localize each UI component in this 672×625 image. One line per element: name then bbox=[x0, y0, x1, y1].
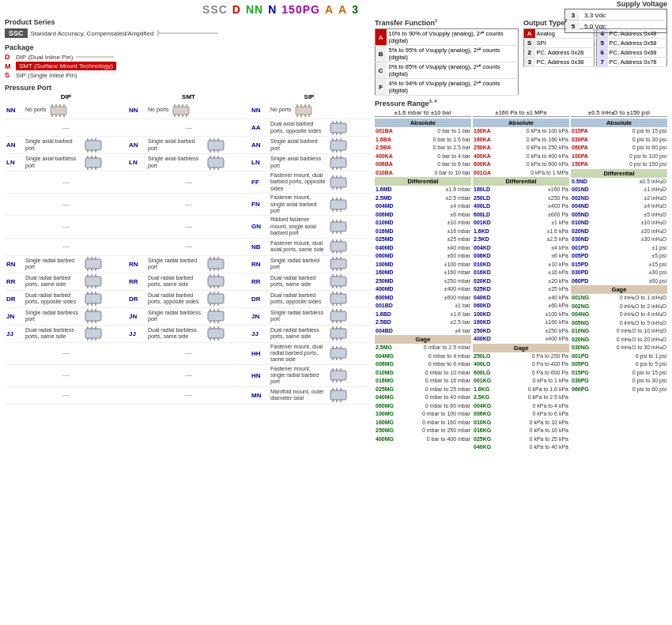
port-cell: RRDual radial barbed ports, same side bbox=[250, 273, 368, 289]
pr-val: ±1 kPa bbox=[551, 219, 568, 228]
pr-col1-header: ±1.6 mbar to ±10 bar bbox=[375, 109, 471, 117]
pr-code: 020NG bbox=[572, 336, 603, 345]
pr-row: 006MD±6 mbar bbox=[375, 211, 471, 220]
pr-val: 0 bar to 6 bar bbox=[437, 160, 470, 169]
port-code: LN bbox=[129, 159, 146, 166]
pr-code: 060KD bbox=[474, 302, 505, 311]
port-cell: — bbox=[127, 348, 250, 358]
pr-val: ±100 mbar bbox=[444, 261, 470, 269]
pr-col2-abs-title: Absolute bbox=[473, 119, 569, 127]
supply-voltage-section: Supply Voltage 33.3 Vdc55.0 Vdc bbox=[564, 0, 667, 33]
pr-code: 100MD bbox=[376, 261, 407, 269]
svg-rect-163 bbox=[330, 294, 346, 303]
pr-row: 040KD±40 kPa bbox=[473, 294, 569, 303]
pr-row: 040KG0 kPa to 40 kPa bbox=[473, 443, 569, 452]
pr-row: 030PD±30 psi bbox=[571, 269, 667, 277]
pr-col3: Absolute 015PA0 psi to 15 psi030PA0 psi … bbox=[571, 119, 667, 452]
pr-val: ±25 mbar bbox=[447, 235, 470, 244]
port-cell: AADual axial barbed ports, opposite side… bbox=[250, 120, 368, 136]
pr-val: ±30 psi bbox=[648, 269, 666, 277]
pr-row: 025MD±25 mbar bbox=[375, 235, 471, 244]
port-desc: Fastener mount, single radial barbed por… bbox=[270, 366, 326, 386]
svg-rect-44 bbox=[208, 141, 224, 150]
pr-code: 250KD bbox=[474, 327, 505, 336]
port-code: JN bbox=[251, 313, 269, 320]
pr-code: 040MD bbox=[376, 244, 407, 253]
pr-row: 001KD±1 kPa bbox=[473, 219, 569, 228]
port-desc: Single radial barbed port bbox=[270, 258, 326, 271]
port-cell: RNSingle radial barbed port bbox=[250, 256, 368, 272]
port-icon bbox=[205, 257, 227, 271]
pr-code: 025KD bbox=[474, 285, 505, 294]
port-desc: Single radial barbless port bbox=[270, 310, 326, 323]
port-code: JJ bbox=[251, 330, 269, 337]
pr-row: 600KA0 kPa to 600 kPa bbox=[473, 160, 569, 169]
port-desc: Single axial barbed port bbox=[270, 138, 326, 152]
pr-val: 0 psi to 100 psi bbox=[629, 152, 666, 161]
pr-row: 015PD±15 psi bbox=[571, 261, 667, 269]
pr-code: 001KG bbox=[474, 377, 505, 386]
pr-val: 0 inH₂O to 5 inH₂O bbox=[620, 319, 666, 328]
port-cell: — bbox=[127, 123, 250, 133]
pr-row: 020ND±20 inH₂O bbox=[571, 228, 667, 236]
pr-code: 010NG bbox=[572, 327, 603, 336]
pr-val: 0 bar to 400 mbar bbox=[427, 435, 470, 444]
pr-row: 060MG0 mbar to 60 mbar bbox=[375, 402, 471, 411]
port-icon bbox=[327, 388, 349, 402]
pr-code: 400KA bbox=[376, 152, 407, 161]
port-desc: Dual axial barbed ports, opposite sides bbox=[270, 121, 326, 134]
pr-row: 006KD±6 kPa bbox=[473, 252, 569, 261]
port-desc: Single axial barbed port bbox=[25, 138, 81, 152]
pr-code: 030PA bbox=[572, 136, 603, 145]
pr-row: 100MG0 mbar to 100 mbar bbox=[375, 410, 471, 419]
port-desc: No ports bbox=[270, 107, 291, 113]
svg-rect-58 bbox=[85, 158, 101, 168]
mc-a2: A bbox=[338, 3, 347, 16]
pr-row: 001BA0 bar to 1 bar bbox=[375, 127, 471, 136]
pr-row: 250MD±250 mbar bbox=[375, 277, 471, 286]
pr-code: 400MG bbox=[376, 435, 407, 444]
pr-code: 004BD bbox=[376, 327, 407, 336]
port-icon-nn bbox=[47, 104, 70, 118]
port-row: ——AADual axial barbed ports, opposite si… bbox=[5, 119, 370, 137]
port-cell: LNSingle axial barbless port bbox=[127, 155, 250, 171]
pr-row: 250LD±250 Pa bbox=[473, 194, 569, 203]
pr-code: 600MD bbox=[376, 294, 407, 303]
tf-key: A bbox=[376, 29, 387, 46]
port-row: JJDual radial barbless ports, same sideJ… bbox=[5, 326, 370, 343]
pr-val: ±2.5 mbar bbox=[446, 194, 470, 203]
port-desc: Dual radial barbed ports, opposite sides bbox=[270, 292, 326, 306]
pr-val: 0 psi to 1 psi bbox=[636, 352, 666, 361]
pkg-m-highlight: SMT (Surface Mount Technology) bbox=[16, 62, 116, 70]
port-cell: NBFastener mount, dual axial ports, same… bbox=[250, 239, 368, 254]
pr-val: ±160 mbar bbox=[444, 269, 470, 277]
pr-row: 006KG0 kPa to 6 kPa bbox=[473, 410, 569, 419]
pr-code: 040KG bbox=[474, 443, 505, 452]
pr-row: 0.5ND±0.5 inH₂O bbox=[571, 178, 667, 186]
pr-code: 006MG bbox=[376, 360, 407, 369]
pr-val: 0 mbar to 6 mbar bbox=[428, 360, 470, 369]
pr-val: 0 mbar to 2.5 mbar bbox=[424, 344, 470, 352]
pr-code: 005NG bbox=[572, 319, 603, 328]
port-code: RN bbox=[251, 261, 269, 268]
port-cell: — bbox=[5, 371, 127, 380]
port-cell: NNNo ports bbox=[5, 103, 127, 119]
port-cell: ANSingle axial barbed port bbox=[250, 137, 368, 153]
port-code: JN bbox=[6, 313, 24, 320]
tf-desc: 4% to 94% of Vsupply (analog), 2¹⁴ count… bbox=[387, 79, 519, 96]
pr-code: 400LD bbox=[474, 202, 505, 211]
port-cell: RNSingle radial barbed port bbox=[127, 256, 250, 272]
port-icon-nn bbox=[293, 104, 315, 118]
sv-label: 5.0 Vdc bbox=[581, 22, 665, 31]
pr-val: ±2.5 bar bbox=[450, 318, 470, 327]
pr-code: 015PD bbox=[572, 261, 603, 269]
ot-key: 7 bbox=[597, 58, 608, 67]
pr-val: ±40 mbar bbox=[447, 244, 470, 253]
pr-row: 016KG0 kPa to 16 kPa bbox=[473, 427, 569, 435]
pr-val: 0 psi to 15 psi bbox=[632, 127, 666, 136]
port-empty: — bbox=[6, 179, 126, 186]
pr-val: ±10 mbar bbox=[447, 219, 470, 228]
port-icon bbox=[327, 346, 349, 360]
pr-row: 001KG0 kPa to 1 kPa bbox=[473, 377, 569, 386]
port-code: NN bbox=[251, 107, 269, 114]
